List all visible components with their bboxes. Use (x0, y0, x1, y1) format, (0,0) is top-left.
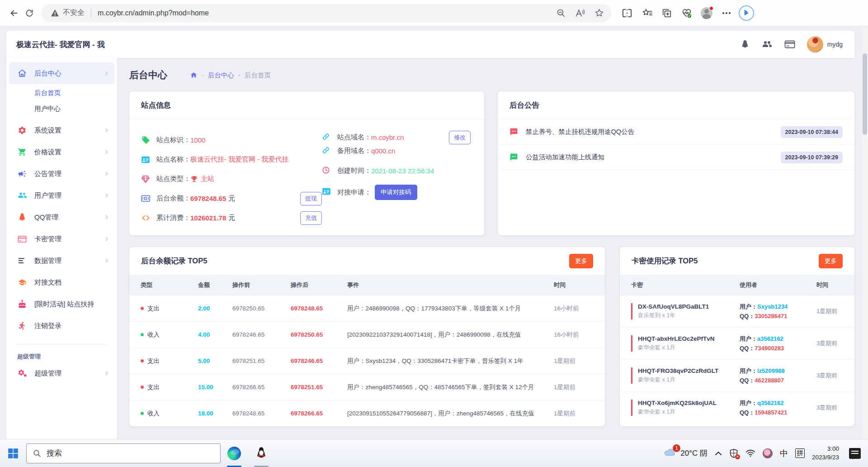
wifi-icon[interactable] (745, 449, 755, 457)
balance-row: 收入 18.00 6978248.65 6978266.65 [20230915… (129, 400, 605, 426)
ime-mode-indicator[interactable]: 拼 (795, 448, 805, 458)
recharge-button[interactable]: 充值 (300, 211, 322, 225)
chevron-right-icon (104, 127, 110, 133)
breadcrumb-backend-center[interactable]: 后台中心 (208, 71, 234, 80)
announcement-item[interactable]: 禁止养号、禁止挂机违规用途QQ公告 2023-09-10 07:38:44 (498, 119, 854, 145)
sidebar-item-price-settings[interactable]: 价格设置 (6, 141, 117, 163)
taskbar-qq-app[interactable] (248, 439, 275, 467)
card-usage-table-header: 卡密使用者时间 (620, 275, 854, 295)
browser-essentials-icon[interactable] (679, 5, 694, 21)
chevron-right-icon (104, 370, 110, 376)
billing-card-icon[interactable] (784, 40, 795, 49)
favorite-star-icon[interactable] (591, 5, 607, 21)
sidebar-item-user-mgmt[interactable]: 用户管理 (6, 185, 117, 206)
address-bar[interactable]: 不安全 m.coybr.cn/admin.php?mod=home (42, 4, 611, 22)
defender-shield-icon[interactable]: × (729, 448, 738, 458)
sidebar-item-api-docs[interactable]: 对接文档 (6, 272, 117, 293)
sidebar-item-logout[interactable]: 注销登录 (6, 315, 117, 337)
income-dot (141, 333, 144, 336)
start-button[interactable] (0, 439, 26, 467)
tray-chevron-up-icon[interactable] (715, 451, 722, 456)
sidebar-item-card-key-mgmt[interactable]: 卡密管理 (6, 228, 117, 250)
sidebar-item-backend-center[interactable]: 后台中心 (9, 62, 114, 84)
qq-icon (255, 446, 268, 461)
clock-icon (322, 166, 331, 175)
chevron-right-icon (104, 70, 110, 76)
sidebar-subitem-user-center[interactable]: 用户中心 (6, 101, 117, 117)
user-menu[interactable]: mydg (807, 36, 843, 52)
taskbar-search-box[interactable]: 搜索 (26, 443, 221, 463)
announcement-time-badge: 2023-09-10 07:39:29 (781, 152, 843, 163)
card-usage-title: 卡密使用记录 TOP5 (632, 256, 698, 266)
consume-row: 累计消费： 1026021.78 元 充值 (141, 208, 322, 228)
sidebar-subitem-backend-home[interactable]: 后台首页 (6, 85, 117, 101)
sidebar-item-qq-mgmt[interactable]: QQ管理 (6, 206, 117, 228)
security-label[interactable]: 不安全 (63, 8, 85, 18)
ime-language-indicator[interactable]: 中 (780, 448, 788, 459)
edit-domain-button[interactable]: 修改 (449, 131, 471, 144)
gears-icon (17, 368, 27, 378)
breadcrumb: - 后台中心 - 后台首页 (190, 71, 271, 80)
clock-date: 2023/9/23 (812, 453, 839, 462)
notification-center-icon[interactable] (849, 448, 861, 459)
bing-chat-icon[interactable] (739, 5, 754, 21)
browser-toolbar: 不安全 m.coybr.cn/admin.php?mod=home (0, 0, 868, 26)
users-icon[interactable] (762, 40, 773, 49)
scrollbar-thumb[interactable] (863, 53, 867, 135)
money-icon (141, 194, 150, 203)
apply-api-code-button[interactable]: 申请对接码 (375, 185, 417, 200)
card-icon (17, 234, 27, 244)
brand-title: 极速云代挂- 我爱官网 - 我 (6, 39, 117, 50)
read-aloud-icon[interactable] (572, 5, 588, 21)
page-title: 后台中心 (129, 69, 167, 81)
created-time-row: 创建时间： 2021-08-23 22:56:34 (322, 164, 472, 177)
zoom-out-icon[interactable] (553, 5, 569, 21)
main-content: 后台中心 - 后台中心 - 后台首页 站点信息 (116, 58, 854, 439)
card-usage-card: 卡密使用记录 TOP5 更多 卡密使用者时间 DX-SAfUoqVL8PGaBL… (620, 247, 854, 426)
chevron-right-icon (104, 257, 110, 264)
balance-table-header: 类型金额操作前操作后事件时间 (129, 275, 605, 295)
taskbar-edge-app[interactable] (221, 439, 248, 467)
gear-icon (17, 125, 27, 135)
refresh-icon[interactable] (22, 5, 37, 21)
site-name-row: 站点名称： 极速云代挂- 我爱官网 - 我爱代挂 (141, 150, 322, 169)
sidebar-item-system-settings[interactable]: 系统设置 (6, 119, 117, 141)
clock-time: 3:00 (812, 445, 839, 453)
sidebar-section-label: 超级管理 (6, 344, 117, 362)
taskbar-clock[interactable]: 3:00 2023/9/23 (812, 445, 839, 461)
page-scrollbar[interactable] (862, 26, 868, 439)
favorites-list-icon[interactable] (639, 5, 655, 21)
url-text[interactable]: m.coybr.cn/admin.php?mod=home (98, 9, 553, 17)
temperature-text: 20°C 阴 (680, 448, 708, 458)
card-usage-row: HHQT-Xo6jmKQ2Sk8ojUAL豪华全套 x 1月 用户：q35621… (620, 391, 854, 424)
chat-bubble-icon (509, 128, 519, 137)
back-icon[interactable] (6, 5, 22, 21)
sidebar-item-super-admin[interactable]: 超级管理 (6, 362, 117, 384)
user-name: mydg (827, 41, 843, 48)
sidebar-item-announcement-mgmt[interactable]: 公告管理 (6, 163, 117, 185)
sidebar-item-site-support[interactable]: [限时活动] 站点扶持 (6, 293, 117, 315)
screen: 不安全 m.coybr.cn/admin.php?mod=home (0, 0, 868, 467)
announcement-item[interactable]: 公益活动加速功能上线通知 2023-09-10 07:39:29 (498, 145, 854, 170)
breadcrumb-home-icon[interactable] (190, 71, 198, 79)
collections-icon[interactable] (659, 5, 675, 21)
split-screen-icon[interactable] (619, 5, 635, 21)
weather-widget[interactable]: 1 20°C 阴 (663, 448, 708, 459)
cake-icon (17, 299, 27, 309)
weather-badge: 1 (673, 444, 680, 452)
browser-profile-icon[interactable] (699, 5, 714, 21)
expense-dot (141, 307, 144, 310)
qq-notify-icon[interactable] (740, 39, 750, 50)
balance-more-button[interactable]: 更多 (569, 254, 593, 268)
tray-avatar-icon[interactable] (763, 448, 773, 458)
withdraw-button[interactable]: 提现 (300, 192, 322, 205)
site-info-title: 站点信息 (141, 100, 171, 110)
megaphone-icon (17, 169, 27, 179)
card-usage-more-button[interactable]: 更多 (819, 254, 843, 268)
card-usage-row: HHQT-abxHrLEOc2ePfTvN豪华全套 x 1月 用户：a35621… (620, 327, 854, 359)
sidebar-item-data-mgmt[interactable]: 数据管理 (6, 250, 117, 272)
insecure-warning-icon[interactable] (51, 9, 59, 17)
graduation-cap-icon (17, 277, 27, 287)
list-lines-icon (17, 256, 27, 266)
settings-menu-icon[interactable] (719, 5, 734, 21)
